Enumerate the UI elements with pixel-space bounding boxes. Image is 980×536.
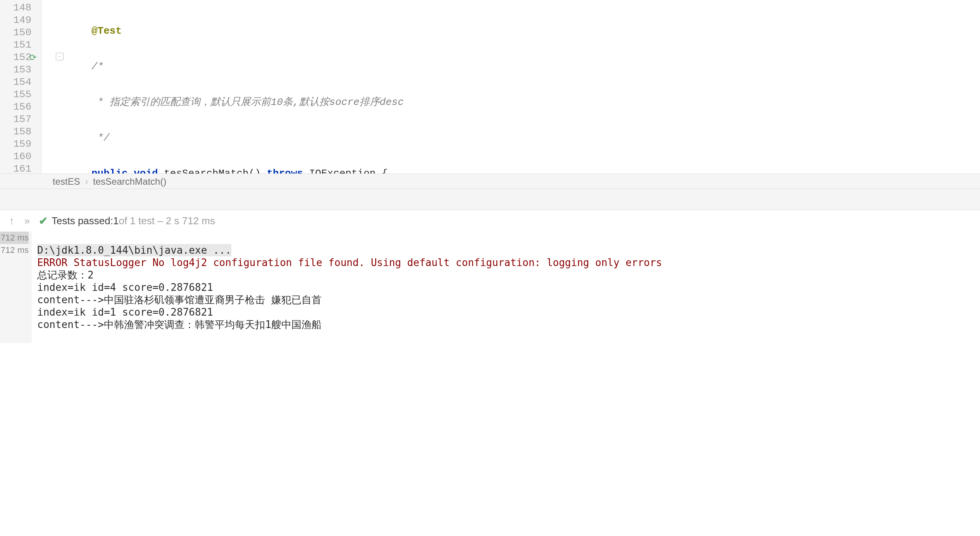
breadcrumb-method[interactable]: tesSearchMatch() <box>93 176 166 187</box>
run-gutter-icon[interactable]: ⟳ <box>29 53 36 63</box>
console-line: content--->中国驻洛杉矶领事馆遭亚裔男子枪击 嫌犯已自首 <box>37 294 322 306</box>
line-number: 149 <box>0 14 41 26</box>
line-number: 153 <box>0 64 41 76</box>
line-number: 159 <box>0 138 41 150</box>
line-number-gutter: 148 149 150 151 152 153 154 155 156 157 … <box>0 0 42 174</box>
console-line: index=ik id=4 score=0.2876821 <box>37 282 213 293</box>
console-output[interactable]: D:\jdk1.8.0_144\bin\java.exe ... ERROR S… <box>32 232 980 343</box>
line-number: 156 <box>0 101 41 113</box>
panel-divider[interactable] <box>0 189 980 210</box>
vcs-gutter: ⟳ <box>42 0 53 174</box>
line-number: 157 <box>0 113 41 125</box>
test-duration-column: 712 ms 712 ms <box>0 232 32 343</box>
console-command: D:\jdk1.8.0_144\bin\java.exe ... <box>37 244 231 256</box>
fold-gutter: – <box>53 0 69 174</box>
breadcrumb-class[interactable]: testES <box>53 176 80 187</box>
scroll-up-icon[interactable]: ↑ <box>4 215 19 227</box>
comment: * 指定索引的匹配查询，默认只展示前10条,默认按socre排序desc <box>91 96 404 108</box>
annotation: @Test <box>91 25 122 37</box>
console-line: 总记录数：2 <box>37 269 94 281</box>
keyword: void <box>134 168 158 174</box>
code-text: IOException { <box>303 168 388 174</box>
comment: */ <box>91 132 110 144</box>
line-number: 161 <box>0 163 41 175</box>
code-area[interactable]: @Test /* * 指定索引的匹配查询，默认只展示前10条,默认按socre排… <box>69 0 980 174</box>
line-number: 151 <box>0 39 41 51</box>
tests-passed-icon: ✔ <box>35 215 52 227</box>
keyword: public <box>91 168 128 174</box>
run-console: 712 ms 712 ms D:\jdk1.8.0_144\bin\java.e… <box>0 232 980 343</box>
console-line: index=ik id=1 score=0.2876821 <box>37 306 213 318</box>
test-duration[interactable]: 712 ms <box>0 244 29 256</box>
method-name: tesSearchMatch() <box>158 168 267 174</box>
line-number: 158 <box>0 125 41 138</box>
tests-passed-count: 1 <box>113 215 119 227</box>
tests-summary: of 1 test – 2 s 712 ms <box>119 215 215 227</box>
line-number: 160 <box>0 150 41 163</box>
expand-icon[interactable]: » <box>19 215 35 227</box>
line-number: 148 <box>0 2 41 14</box>
console-line: content--->中韩渔警冲突调查：韩警平均每天扣1艘中国渔船 <box>37 319 322 330</box>
breadcrumb[interactable]: testES › tesSearchMatch() <box>0 174 980 189</box>
tests-passed-label: Tests passed: <box>52 215 113 227</box>
console-error: ERROR StatusLogger No log4j2 configurati… <box>37 257 662 268</box>
fold-toggle-icon[interactable]: – <box>56 53 64 60</box>
test-status-bar: ↑ » ✔ Tests passed: 1 of 1 test – 2 s 71… <box>0 210 980 232</box>
line-number: 155 <box>0 88 41 101</box>
breadcrumb-separator: › <box>83 176 90 187</box>
line-number: 154 <box>0 76 41 88</box>
comment: /* <box>91 61 103 72</box>
code-editor[interactable]: 148 149 150 151 152 153 154 155 156 157 … <box>0 0 980 174</box>
line-number: 150 <box>0 26 41 39</box>
keyword: throws <box>267 168 303 174</box>
test-duration[interactable]: 712 ms <box>0 232 29 244</box>
